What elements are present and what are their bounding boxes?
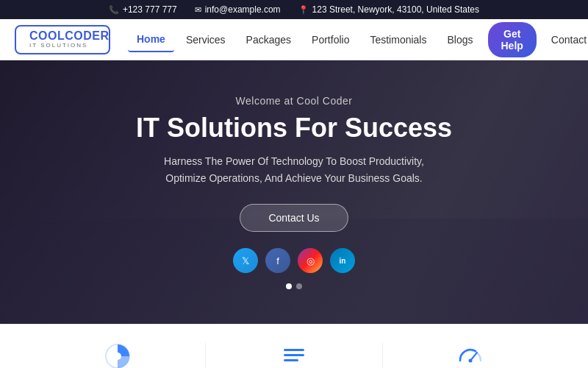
service-card-1 <box>29 343 206 369</box>
speedometer-icon <box>457 343 484 369</box>
dot-1[interactable] <box>286 283 292 289</box>
hero-subtitle: Harness The Power Of Technology To Boost… <box>164 153 424 186</box>
hero-welcome: Welcome at Cool Coder <box>236 95 353 107</box>
hero-subtitle-line1: Harness The Power Of Technology To Boost… <box>164 155 424 167</box>
location-icon: 📍 <box>298 5 309 15</box>
logo[interactable]: COOLCODER IT SOLUTIONS <box>15 25 110 54</box>
service-card-2 <box>206 343 382 369</box>
instagram-icon[interactable]: ◎ <box>298 248 323 273</box>
phone-number: +123 777 777 <box>123 4 177 15</box>
svg-rect-3 <box>284 349 304 351</box>
location-info: 📍 123 Street, Newyork, 43100, United Sta… <box>298 4 479 15</box>
carousel-dots <box>286 283 302 289</box>
linkedin-icon[interactable]: in <box>330 248 355 273</box>
logo-coder: CODER <box>65 29 109 42</box>
phone-icon: 📞 <box>109 5 119 15</box>
logo-cool: COOL <box>29 29 65 42</box>
email-icon: ✉ <box>195 5 201 15</box>
svg-rect-4 <box>284 354 304 356</box>
social-icons: 𝕏 f ◎ in <box>233 248 355 273</box>
twitter-icon[interactable]: 𝕏 <box>233 248 258 273</box>
phone-info: 📞 +123 777 777 <box>109 4 177 15</box>
svg-point-2 <box>114 353 121 360</box>
contact-us-button[interactable]: Contact Us <box>240 204 348 232</box>
svg-line-7 <box>470 353 477 361</box>
dot-2[interactable] <box>296 283 302 289</box>
hero-section: Welcome at Cool Coder IT Solutions For S… <box>0 60 588 324</box>
nav-packages[interactable]: Packages <box>237 28 300 52</box>
hero-subtitle-line2: Optimize Operations, And Achieve Your Bu… <box>165 172 422 184</box>
hero-title: IT Solutions For Success <box>136 113 452 143</box>
svg-rect-5 <box>284 359 298 361</box>
nav-portfolio[interactable]: Portfolio <box>303 28 358 52</box>
email-info: ✉ info@example.com <box>195 4 281 15</box>
nav-testimonials[interactable]: Testimonials <box>361 28 435 52</box>
bottom-section <box>0 324 588 368</box>
logo-name: COOLCODER <box>29 29 110 43</box>
get-help-button[interactable]: Get Help <box>488 22 537 57</box>
nav-home[interactable]: Home <box>128 27 174 52</box>
nav-services[interactable]: Services <box>177 28 234 52</box>
nav-blogs[interactable]: Blogs <box>438 28 481 52</box>
facebook-icon[interactable]: f <box>265 248 290 273</box>
pie-chart-icon <box>104 343 131 369</box>
location-text: 123 Street, Newyork, 43100, United State… <box>312 4 479 15</box>
navbar: COOLCODER IT SOLUTIONS Home Services Pac… <box>0 19 588 60</box>
logo-text: COOLCODER IT SOLUTIONS <box>29 29 110 49</box>
nav-links: Home Services Packages Portfolio Testimo… <box>128 22 588 57</box>
hero-content: Welcome at Cool Coder IT Solutions For S… <box>0 60 588 324</box>
logo-subtitle: IT SOLUTIONS <box>29 43 110 49</box>
nav-contact[interactable]: Contact <box>542 28 588 52</box>
email-address: info@example.com <box>205 4 281 15</box>
text-lines-icon <box>281 343 307 369</box>
top-bar: 📞 +123 777 777 ✉ info@example.com 📍 123 … <box>0 0 588 19</box>
service-card-3 <box>383 343 559 369</box>
